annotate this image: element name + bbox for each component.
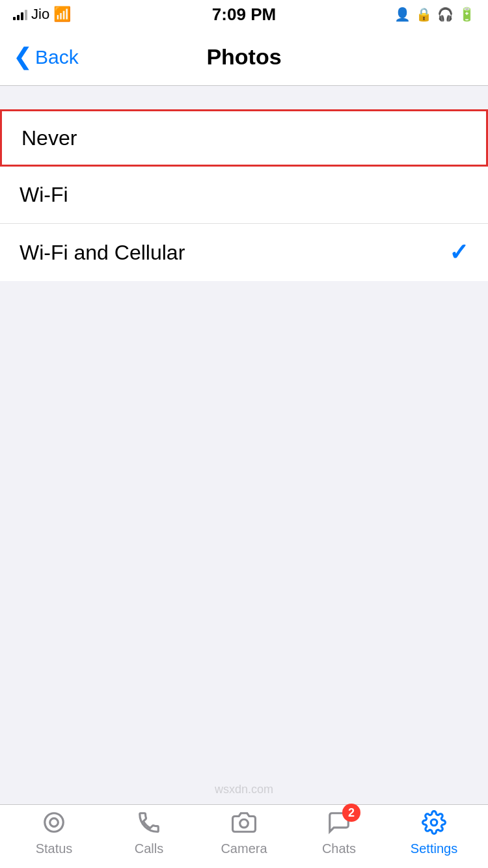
status-tab-icon <box>38 806 70 839</box>
chats-tab-label: Chats <box>322 841 356 856</box>
camera-tab-icon <box>228 806 260 839</box>
option-wifi-cellular-label: Wi-Fi and Cellular <box>20 241 185 265</box>
option-wifi-label: Wi-Fi <box>20 183 68 207</box>
svg-point-0 <box>45 813 64 832</box>
status-bar: Jio 📶 7:09 PM 👤 🔒 🎧 🔋 <box>0 0 488 29</box>
battery-icon: 🔋 <box>459 7 475 22</box>
signal-icon <box>13 8 27 20</box>
tab-bar: Status Calls Camera 2 Chats <box>0 804 488 868</box>
option-wifi-cellular[interactable]: Wi-Fi and Cellular ✓ <box>0 224 488 281</box>
settings-tab-label: Settings <box>411 841 457 856</box>
tab-calls[interactable]: Calls <box>102 806 197 856</box>
options-list: Never Wi-Fi Wi-Fi and Cellular ✓ <box>0 109 488 281</box>
time-label: 7:09 PM <box>212 5 276 24</box>
tab-camera[interactable]: Camera <box>197 806 291 856</box>
nav-bar: ❮ Back Photos <box>0 29 488 86</box>
option-never-label: Never <box>21 126 77 150</box>
svg-point-1 <box>50 819 59 827</box>
section-spacer-top <box>0 86 488 109</box>
status-tab-label: Status <box>36 841 73 856</box>
option-never[interactable]: Never <box>0 109 488 167</box>
chats-badge: 2 <box>342 804 360 822</box>
option-wifi[interactable]: Wi-Fi <box>0 167 488 224</box>
page-title: Photos <box>206 44 281 70</box>
checkmark-icon: ✓ <box>449 239 468 266</box>
tab-chats[interactable]: 2 Chats <box>291 806 386 856</box>
tab-settings[interactable]: Settings <box>386 806 481 856</box>
calls-tab-label: Calls <box>135 841 163 856</box>
person-icon: 👤 <box>394 7 411 22</box>
carrier-label: Jio <box>31 6 49 23</box>
lock-icon: 🔒 <box>416 7 432 22</box>
back-label: Back <box>35 46 79 68</box>
svg-point-2 <box>240 819 249 828</box>
wifi-icon: 📶 <box>53 6 71 23</box>
status-bar-left: Jio 📶 <box>13 6 71 23</box>
back-button[interactable]: ❮ Back <box>13 46 79 68</box>
back-chevron-icon: ❮ <box>13 45 33 68</box>
camera-tab-label: Camera <box>221 841 267 856</box>
settings-tab-icon <box>418 806 450 839</box>
headphones-icon: 🎧 <box>437 7 454 22</box>
status-bar-right: 👤 🔒 🎧 🔋 <box>394 7 475 22</box>
status-bar-center: 7:09 PM <box>212 5 276 25</box>
chats-tab-icon: 2 <box>323 806 355 839</box>
tab-status[interactable]: Status <box>7 806 102 856</box>
calls-tab-icon <box>133 806 165 839</box>
content-area <box>0 281 488 804</box>
svg-point-3 <box>431 819 437 826</box>
